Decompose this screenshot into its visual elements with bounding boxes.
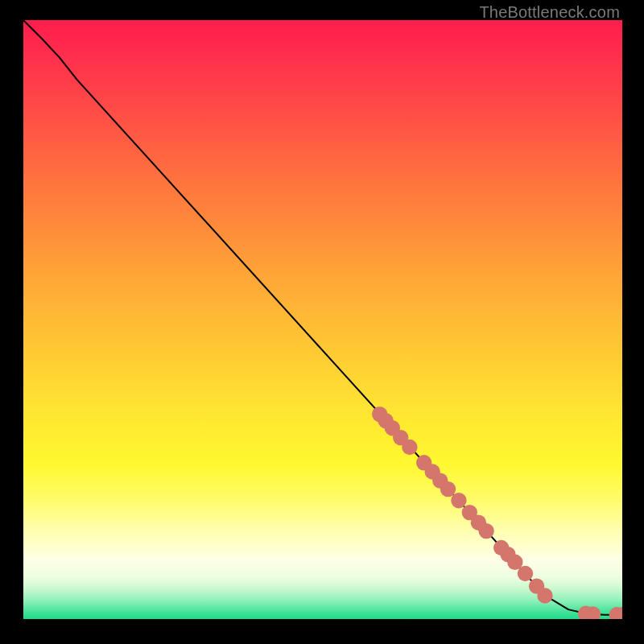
heat-gradient-background (23, 20, 622, 619)
watermark-label: TheBottleneck.com (479, 3, 620, 22)
chart-stage: TheBottleneck.com (0, 0, 644, 644)
plot-area (23, 20, 622, 619)
